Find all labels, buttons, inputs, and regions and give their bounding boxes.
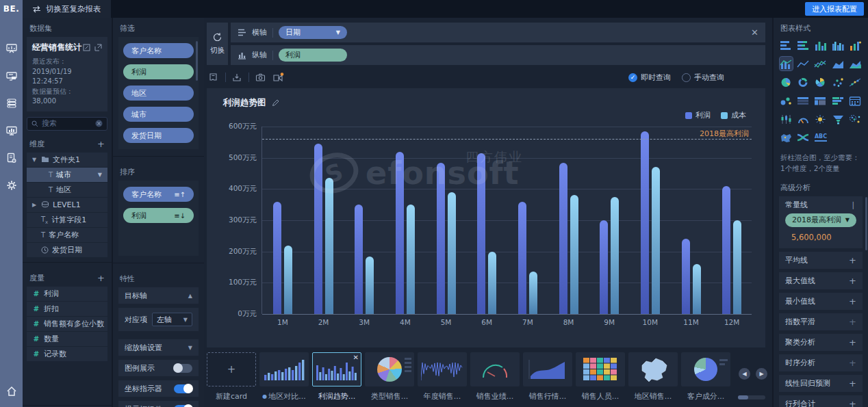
funnel-icon[interactable] <box>832 112 845 126</box>
bar-利润-2M[interactable] <box>314 144 322 314</box>
thumbnails-scrollbar[interactable] <box>738 395 765 399</box>
toggle-switch[interactable] <box>174 364 192 373</box>
card-thumbnail-9[interactable]: 地区销售... <box>628 352 678 406</box>
bar-horizontal-icon[interactable] <box>780 38 793 52</box>
advanced-section-3[interactable]: 最小值线+ <box>779 293 863 310</box>
bar-成本-10M[interactable] <box>652 167 660 314</box>
thumbnail-preview[interactable]: + <box>207 352 256 386</box>
thumbnail-preview[interactable] <box>259 352 309 386</box>
bar-成本-3M[interactable] <box>366 257 374 314</box>
bar-利润-3M[interactable] <box>355 205 363 314</box>
plus-icon[interactable]: + <box>849 337 856 347</box>
screen-chart-icon[interactable] <box>5 124 18 137</box>
share-icon[interactable] <box>272 73 284 82</box>
x-axis-field-pill[interactable]: 日期 ▼ <box>279 26 347 39</box>
card-thumbnail-3[interactable]: ✕利润趋势... <box>312 352 361 406</box>
enter-report-config-button[interactable]: 进入报表配置 <box>805 2 864 16</box>
bar-利润-7M[interactable] <box>518 202 526 314</box>
plus-icon[interactable]: + <box>849 378 856 389</box>
thumbnail-preview[interactable] <box>523 352 572 386</box>
doc-gear-icon[interactable] <box>5 152 18 164</box>
plus-icon[interactable]: + <box>849 255 856 265</box>
filter-pill-1[interactable]: 客户名称 <box>123 43 194 58</box>
table-icon[interactable] <box>797 94 810 107</box>
plus-icon[interactable]: + <box>849 296 856 306</box>
measure-item-4[interactable]: #数量 <box>27 332 107 346</box>
advanced-section-2[interactable]: 最大值线+ <box>779 272 863 289</box>
advanced-section-6[interactable]: 时序分析+ <box>779 354 863 371</box>
plus-icon[interactable]: + <box>849 276 856 286</box>
scatter-line-icon[interactable] <box>849 75 862 89</box>
search-input[interactable]: 搜索 <box>27 117 107 131</box>
filter-pill-4[interactable]: 城市 <box>123 107 194 122</box>
donut-icon[interactable] <box>797 75 810 89</box>
thumbnail-preview[interactable] <box>628 352 678 386</box>
pie-icon[interactable] <box>780 75 793 89</box>
dimension-item-3[interactable]: T地区 <box>27 183 107 197</box>
thumbnail-preview[interactable] <box>365 352 414 386</box>
instant-query-radio[interactable]: ✓ 即时查询 <box>628 73 671 83</box>
sankey-icon[interactable] <box>797 131 810 144</box>
constant-line-field-pill[interactable]: 2018最高利润 ▼ <box>785 213 856 227</box>
manual-query-radio[interactable]: 手动查询 <box>682 73 724 83</box>
filter-scrollbar[interactable] <box>196 41 198 81</box>
bar-成本-6M[interactable] <box>488 252 496 314</box>
column-grouped-icon[interactable] <box>832 38 845 52</box>
bar-成本-1M[interactable] <box>284 246 292 314</box>
close-icon[interactable]: ✕ <box>353 354 359 361</box>
filter-pill-2[interactable]: 利润 <box>123 64 194 79</box>
right-panel-scrollbar[interactable] <box>865 197 867 250</box>
switch-axes-button[interactable]: 切换 <box>207 23 228 65</box>
clear-search-icon[interactable] <box>95 120 103 127</box>
card-thumbnail-4[interactable]: 类型销售... <box>365 352 414 406</box>
edit-icon[interactable] <box>83 44 90 51</box>
card-thumbnail-6[interactable]: 销售业绩... <box>470 352 520 406</box>
add-dimension-button[interactable]: + <box>97 139 105 149</box>
advanced-section-4[interactable]: 指数平滑+ <box>779 313 863 330</box>
bar-成本-7M[interactable] <box>529 272 537 314</box>
bar-利润-12M[interactable] <box>722 186 730 314</box>
thumbnail-preview[interactable] <box>576 352 625 386</box>
sort-pill-1[interactable]: 客户名称≡↑ <box>123 187 194 202</box>
thumbnail-preview[interactable] <box>470 352 520 386</box>
open-external-icon[interactable] <box>94 44 102 51</box>
thumbnail-preview[interactable] <box>418 352 467 386</box>
report-icon[interactable] <box>5 70 18 82</box>
card-thumbnail-1[interactable]: +新建card <box>207 352 256 406</box>
bar-利润-1M[interactable] <box>273 202 281 314</box>
thumbnail-preview[interactable]: ✕ <box>312 352 361 386</box>
download-icon[interactable] <box>232 73 242 82</box>
pivot-table-icon[interactable] <box>814 94 827 107</box>
dimension-item-5[interactable]: Tx计算字段1 <box>27 213 107 227</box>
card-thumbnail-5[interactable]: 年度销售... <box>418 352 467 406</box>
bar-利润-6M[interactable] <box>477 153 485 314</box>
advanced-section-1[interactable]: 平均线+ <box>779 252 863 269</box>
line-column-combo-icon[interactable] <box>780 57 793 70</box>
camera-icon[interactable] <box>255 73 266 82</box>
advanced-section-5[interactable]: 聚类分析+ <box>779 334 863 351</box>
bar-利润-10M[interactable] <box>641 131 649 314</box>
line-icon[interactable] <box>797 57 810 70</box>
bar-成本-12M[interactable] <box>733 220 741 314</box>
edit-pencil-icon[interactable] <box>272 99 279 107</box>
rose-pie-icon[interactable] <box>814 75 827 89</box>
bar-利润-8M[interactable] <box>559 163 567 314</box>
measure-item-2[interactable]: #折扣 <box>27 302 107 316</box>
chevron-down-icon[interactable]: ▼ <box>98 172 102 178</box>
add-measure-button[interactable]: + <box>97 273 105 283</box>
bar-成本-8M[interactable] <box>570 195 578 314</box>
gauge-icon[interactable] <box>797 112 810 126</box>
bubble-icon[interactable] <box>780 94 793 107</box>
target-axis-row[interactable]: 目标轴 ▲ <box>118 287 199 304</box>
card-thumbnail-7[interactable]: 销售行情... <box>523 352 572 406</box>
dimension-item-2[interactable]: T城市▼ <box>27 168 107 182</box>
stacked-rows-icon[interactable] <box>832 94 845 107</box>
label-chart-icon[interactable]: ABC <box>814 131 827 144</box>
scatter-icon[interactable] <box>832 75 845 89</box>
card-thumbnail-8[interactable]: 销售人员... <box>576 352 625 406</box>
save-icon[interactable] <box>209 73 219 82</box>
plus-icon[interactable]: + <box>849 358 856 368</box>
calendar-icon[interactable] <box>849 94 862 107</box>
bar-成本-9M[interactable] <box>611 197 619 314</box>
card-thumbnail-2[interactable]: ●地区对比... <box>259 352 309 406</box>
